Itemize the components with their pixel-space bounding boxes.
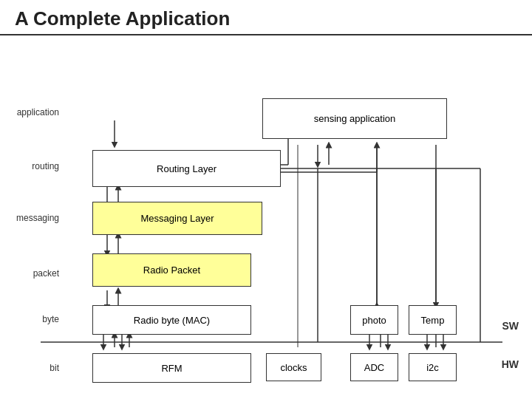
clocks-box: clocks: [266, 353, 321, 381]
label-messaging: messaging: [7, 213, 59, 223]
diagram-area: application routing messaging packet byt…: [0, 35, 532, 398]
hw-label: HW: [502, 358, 519, 370]
label-application: application: [7, 107, 59, 117]
sensing-app-box: sensing application: [262, 98, 447, 139]
diagram-lines: [0, 35, 532, 398]
radio-packet-box: Radio Packet: [92, 253, 251, 287]
radio-byte-box: Radio byte (MAC): [92, 305, 251, 335]
label-packet: packet: [7, 268, 59, 279]
temp-box: Temp: [409, 305, 457, 335]
messaging-layer-box: Messaging Layer: [92, 202, 262, 235]
label-bit: bit: [7, 363, 59, 373]
page-title: A Complete Application: [0, 0, 532, 35]
routing-layer-box: Routing Layer: [92, 150, 281, 187]
rfm-box: RFM: [92, 353, 251, 383]
label-byte: byte: [7, 314, 59, 324]
adc-box: ADC: [350, 353, 398, 381]
i2c-box: i2c: [409, 353, 457, 381]
label-routing: routing: [7, 161, 59, 171]
photo-box: photo: [350, 305, 398, 335]
sw-label: SW: [502, 320, 519, 332]
